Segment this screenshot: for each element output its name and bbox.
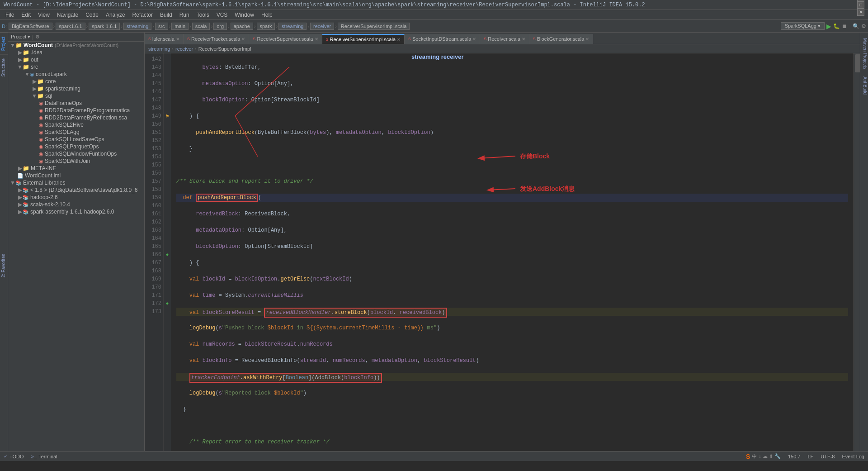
tab-socketinputdstream[interactable]: S SocketInputDStream.scala ✕ xyxy=(405,34,480,44)
main-content: Project Structure 2: Favorites Project ▾… xyxy=(0,33,868,451)
tree-sparksteaming[interactable]: ▶ 📁 sparksteaming xyxy=(8,85,144,92)
breadcrumb-spark161[interactable]: spark1.6.1 xyxy=(56,23,85,30)
menu-window[interactable]: Window xyxy=(231,11,258,19)
menu-view[interactable]: View xyxy=(34,11,53,19)
breadcrumb-streaming[interactable]: streaming xyxy=(123,23,151,30)
tree-jdk[interactable]: ▶ 📚 < 1.8 > (D:\BigDataSoftware\Java\jdk… xyxy=(8,186,144,194)
breadcrumb-file[interactable]: ReceiverSupervisorImpl.scala xyxy=(338,23,410,30)
class-icon-window: ◉ xyxy=(39,151,43,157)
stop-button[interactable]: ⏹ xyxy=(842,23,847,29)
menu-navigate[interactable]: Navigate xyxy=(53,11,82,19)
close-button[interactable]: ✕ xyxy=(857,9,864,16)
position-text: 150:7 xyxy=(788,454,801,459)
tree-meta[interactable]: ▶ 📁 META-INF xyxy=(8,165,144,172)
menu-build[interactable]: Build xyxy=(156,11,176,19)
tab-receivertracker[interactable]: S ReceiverTracker.scala ✕ xyxy=(184,34,249,44)
breadcrumb-scala[interactable]: scala xyxy=(192,23,210,30)
menu-vcs[interactable]: VCS xyxy=(213,11,231,19)
scrollbar-thumb[interactable] xyxy=(855,54,860,72)
menu-run[interactable]: Run xyxy=(176,11,193,19)
menu-file[interactable]: File xyxy=(2,11,18,19)
tree-out[interactable]: ▶ 📁 out xyxy=(8,56,144,63)
tab-bar: S luler.scala ✕ S ReceiverTracker.scala … xyxy=(145,33,860,44)
menu-code[interactable]: Code xyxy=(82,11,102,19)
tree-sparksqlwithjoin[interactable]: ◉ SparkSQLWithJoin xyxy=(8,157,144,165)
tab-luler[interactable]: S luler.scala ✕ xyxy=(145,34,184,44)
tree-dataframeops[interactable]: ◉ DataFrameOps xyxy=(8,100,144,107)
breadcrumb-spark2[interactable]: spark xyxy=(257,23,275,30)
tree-sparksqlagg[interactable]: ◉ SparkSQLAgg xyxy=(8,128,144,136)
tree-wordcount[interactable]: ▼ 📁 WordCount (D:\IdeaProjects\WordCount… xyxy=(8,42,144,49)
tab-rsi-close[interactable]: ✕ xyxy=(397,37,401,42)
tree-scala-sdk[interactable]: ▶ 📚 scala-sdk-2.10.4 xyxy=(8,201,144,208)
tab-sid-close[interactable]: ✕ xyxy=(472,37,476,42)
debug-button[interactable]: 🐛 xyxy=(833,23,840,29)
tree-idea[interactable]: ▶ 📁 .idea xyxy=(8,49,144,56)
tree-sql[interactable]: ▼ 📁 sql xyxy=(8,92,144,100)
tree-src[interactable]: ▼ 📁 src xyxy=(8,63,144,71)
tab-receiver[interactable]: S Receiver.scala ✕ xyxy=(480,34,529,44)
menu-help[interactable]: Help xyxy=(258,11,276,19)
tree-iml-label: WordCount.iml xyxy=(25,172,61,179)
breadcrumb-spark[interactable]: spark-1.6.1 xyxy=(89,23,120,30)
breadcrumb-apache[interactable]: apache xyxy=(231,23,253,30)
tree-sparksqlwindow[interactable]: ◉ SparkSQLWindowFuntionOps xyxy=(8,150,144,157)
tree-core[interactable]: ▶ 📁 core xyxy=(8,78,144,85)
breadcrumb-org[interactable]: org xyxy=(213,23,227,30)
breadcrumb-streaming2[interactable]: streaming xyxy=(278,23,307,30)
maximize-button[interactable]: □ xyxy=(857,1,864,9)
tree-hadoop[interactable]: ▶ 📚 hadoop-2.6 xyxy=(8,194,144,201)
breadcrumb-main[interactable]: main xyxy=(171,23,189,30)
tab-receiversupervisor[interactable]: S ReceiverSupervisor.scala ✕ xyxy=(249,34,322,44)
tree-com[interactable]: ▼ ◉ com.dt.spark xyxy=(8,71,144,78)
run-config-selector[interactable]: SparkSQLAgg ▾ xyxy=(781,22,825,30)
event-log-button[interactable]: Event Log xyxy=(842,454,864,459)
tab-receiversupervisorimpl[interactable]: S ReceiverSupervisorImpl.scala ✕ xyxy=(322,34,405,44)
maven-projects-tab[interactable]: Maven Projects xyxy=(860,34,868,73)
project-tab[interactable]: Project xyxy=(0,33,8,54)
tree-wordcountiml[interactable]: 📄 WordCount.iml xyxy=(8,172,144,179)
tab-r-close[interactable]: ✕ xyxy=(522,37,525,42)
tab-bg-close[interactable]: ✕ xyxy=(585,37,589,42)
tree-sparksqlloadsave[interactable]: ◉ SparkSQLLoadSaveOps xyxy=(8,136,144,143)
tree-sparksqlparquet[interactable]: ◉ SparkSQLParquetOps xyxy=(8,143,144,150)
breadcrumb-src[interactable]: src xyxy=(155,23,168,30)
tree-rdd2dfref[interactable]: ◉ RDD2DataFrameByReflection.sca xyxy=(8,114,144,121)
breadcrumb-bigdata[interactable]: BigDataSoftware xyxy=(9,23,52,30)
tab-rt-close[interactable]: ✕ xyxy=(241,37,245,42)
class-icon-loadsave: ◉ xyxy=(39,137,43,143)
tree-sparksql2hive[interactable]: ◉ SparkSQL2Hive xyxy=(8,121,144,128)
todo-tab[interactable]: ✓ TODO xyxy=(4,453,24,459)
favorites-tab[interactable]: 2: Favorites xyxy=(0,81,8,451)
encoding-text: UTF-8 xyxy=(821,454,835,459)
tree-spark-assembly[interactable]: ▶ 📚 spark-assembly-1.6.1-hadoop2.6.0 xyxy=(8,208,144,215)
menu-edit[interactable]: Edit xyxy=(18,11,34,19)
tree-rdd2df[interactable]: ◉ RDD2DataFrameByProgrammatica xyxy=(8,107,144,114)
meta-folder-icon: 📁 xyxy=(23,165,29,171)
spark-lib-icon: 📚 xyxy=(23,209,29,215)
tab-luler-close[interactable]: ✕ xyxy=(176,37,179,42)
ant-build-tab[interactable]: Ant Build xyxy=(860,73,868,98)
terminal-tab[interactable]: >_ Terminal xyxy=(31,454,57,459)
hadoop-icon: 📚 xyxy=(23,195,29,200)
search-icon[interactable]: 🔍 xyxy=(853,23,859,29)
menu-refactor[interactable]: Refactor xyxy=(129,11,156,19)
project-panel-header: Project ▾ | ⚙ xyxy=(8,33,144,42)
tab-blockgenerator[interactable]: S BlockGenerator.scala ✕ xyxy=(529,34,594,44)
extlib-icon: 📚 xyxy=(15,180,22,186)
breadcrumb-receiver[interactable]: receiver xyxy=(310,23,334,30)
file-icon-iml: 📄 xyxy=(17,173,24,179)
menu-analyze[interactable]: Analyze xyxy=(102,11,129,19)
tab-rsi-label: ReceiverSupervisorImpl.scala xyxy=(330,37,396,42)
project-header-icon1[interactable]: ⚙ xyxy=(35,34,40,40)
code-content[interactable]: bytes: ByteBuffer, metadataOption: Optio… xyxy=(171,53,854,451)
tab-rs-close[interactable]: ✕ xyxy=(315,37,318,42)
run-button[interactable]: ▶ xyxy=(826,23,831,30)
settings-icon[interactable]: ⚙ xyxy=(861,23,866,29)
vertical-scrollbar[interactable] xyxy=(854,53,860,451)
editor-container: S luler.scala ✕ S ReceiverTracker.scala … xyxy=(145,33,860,451)
structure-tab[interactable]: Structure xyxy=(0,54,8,81)
menu-tools[interactable]: Tools xyxy=(193,11,213,19)
tree-extlibs[interactable]: ▼ 📚 External Libraries xyxy=(8,179,144,186)
gutter-148 xyxy=(165,104,170,112)
